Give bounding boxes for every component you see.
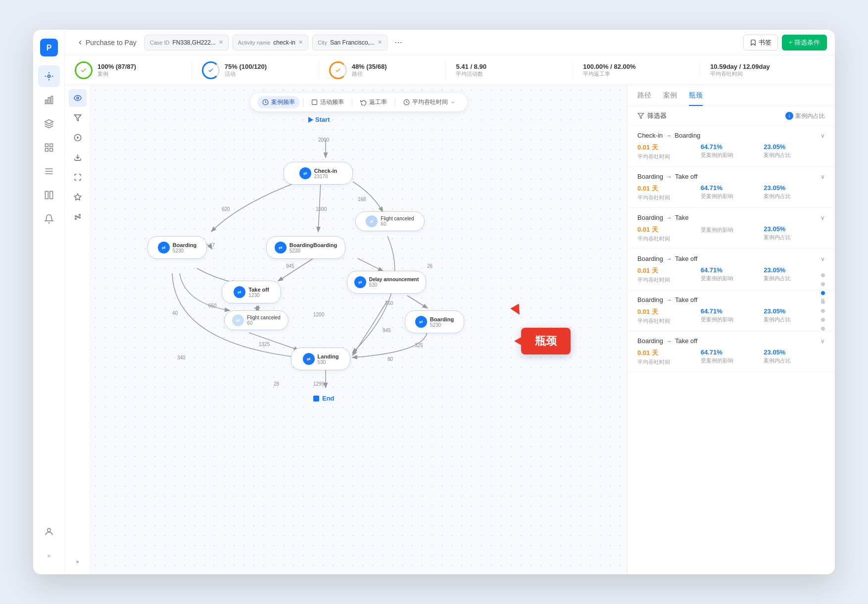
bottleneck-chevron-3: ∨: [820, 255, 825, 262]
bstat-label-3-1: 受案例的影响: [701, 275, 762, 282]
nav-dot-2[interactable]: [821, 291, 825, 295]
filter-case-id-label: Case ID: [150, 40, 170, 46]
filter-tag-activity[interactable]: Activity name check-in ✕: [233, 35, 308, 50]
nav-dot-4[interactable]: [821, 309, 825, 313]
node-flight-canceled-bottom-sub: 60: [247, 320, 280, 326]
panel-tab-case[interactable]: 案例: [663, 91, 677, 106]
filter-city-close[interactable]: ✕: [378, 39, 382, 46]
back-button[interactable]: Purchase to Pay: [73, 37, 141, 49]
filter-activity-close[interactable]: ✕: [298, 39, 303, 46]
bstat-2-2: 23.05% 案例内占比: [764, 225, 825, 243]
sidebar-item-expand[interactable]: »: [38, 545, 60, 566]
node-boarding-boarding[interactable]: ⇄ BoardingBoarding 5230: [266, 236, 345, 259]
nav-dot-3[interactable]: [821, 300, 825, 304]
tool-eye-button[interactable]: [69, 89, 87, 107]
tool-star-button[interactable]: [69, 188, 87, 206]
bstat-label-0-0: 平均吞吐时间: [637, 153, 699, 160]
start-label: Start: [315, 116, 330, 123]
bottleneck-header-3[interactable]: Boarding → Take off ∨: [637, 255, 825, 262]
stat-paths-icon: [329, 61, 347, 79]
filter-case-id-close[interactable]: ✕: [219, 39, 223, 46]
sidebar-item-bell[interactable]: [38, 208, 60, 230]
node-checkin-label: Check-in: [314, 168, 337, 174]
stats-bar: 100% (87/87) 案例 75% (100/120) 活动 48% (: [65, 55, 835, 85]
node-takeoff[interactable]: ⇄ Take off 1230: [222, 281, 281, 303]
svg-marker-19: [77, 136, 79, 139]
edge-label-1200: 1200: [313, 312, 324, 317]
tool-frame-button[interactable]: [69, 168, 87, 186]
edge-label-87: 87: [209, 243, 215, 248]
nav-dot-6[interactable]: [821, 327, 825, 331]
flow-btn-case-freq[interactable]: 案例频率: [257, 96, 300, 108]
bottleneck-header-5[interactable]: Boarding → Take off ∨: [637, 337, 825, 345]
tool-expand-button[interactable]: »: [69, 553, 87, 570]
svg-point-16: [77, 97, 79, 99]
node-delay-label: Delay announcement: [369, 277, 419, 282]
node-takeoff-label: Take off: [248, 287, 269, 293]
stat-cases-label: 案例: [97, 70, 136, 78]
edge-label-26: 26: [427, 263, 433, 269]
edge-label-80: 80: [387, 356, 393, 362]
flow-canvas: 案例频率 活动频率 返工率 平均吞吐时间: [91, 85, 627, 574]
more-filters-button[interactable]: ⋯: [391, 36, 405, 50]
node-delay[interactable]: ⇄ Delay announcement 530: [347, 271, 426, 294]
flow-btn-activity-freq[interactable]: 活动频率: [306, 96, 349, 108]
sidebar-item-cube[interactable]: [38, 113, 60, 135]
sidebar-item-grid[interactable]: [38, 137, 60, 158]
tool-download-button[interactable]: [69, 149, 87, 166]
flow-btn-return-rate[interactable]: 返工率: [355, 96, 392, 108]
stat-paths-value: 48% (35/68): [352, 63, 387, 70]
edge-label-760: 760: [385, 301, 393, 306]
node-landing[interactable]: ⇄ Landing 530: [291, 348, 350, 370]
bstat-label-3-2: 案例内占比: [764, 275, 825, 282]
bottleneck-stats-1: 0.01 天 平均吞吐时间 64.71% 受案例的影响 23.05% 案例内占比: [637, 184, 825, 201]
bookmark-button[interactable]: 书签: [743, 35, 778, 50]
sidebar-item-list[interactable]: [38, 160, 60, 182]
add-filter-button[interactable]: + 筛选条件: [782, 35, 827, 50]
info-icon: i: [785, 112, 793, 120]
bstat-value-4-2: 23.05%: [764, 307, 825, 315]
bottleneck-stats-3: 0.01 天 平均吞吐时间 64.71% 受案例的影响 23.05% 案例内占比: [637, 266, 825, 284]
bottleneck-title-0: Check-in → Boarding: [637, 132, 700, 139]
tooltip-arrow: [514, 337, 521, 345]
tool-scatter-button[interactable]: [69, 208, 87, 226]
bottleneck-chevron-1: ∨: [820, 173, 825, 180]
sidebar-item-process[interactable]: [38, 65, 60, 87]
node-boarding3[interactable]: ⇄ Boarding 5230: [405, 310, 464, 333]
filter-tag-case-id[interactable]: Case ID FN338,GH222... ✕: [145, 35, 229, 50]
node-flight-canceled-top-icon: ⇄: [366, 215, 378, 227]
svg-rect-4: [48, 98, 49, 104]
sidebar-item-chart[interactable]: [38, 89, 60, 111]
bstat-2-1: 受案例的影响: [701, 225, 762, 243]
panel-case-ratio: i 案例内占比: [785, 112, 825, 120]
sidebar-item-user[interactable]: [38, 521, 60, 543]
stat-activities-label: 活动: [225, 70, 267, 78]
node-checkin[interactable]: ⇄ Check-in 23170: [284, 162, 353, 185]
panel-tab-path[interactable]: 路径: [637, 91, 651, 106]
stat-avg-return: 100.00% / 82.00% 平均返工率: [573, 63, 700, 78]
tool-filter-button[interactable]: [69, 109, 87, 127]
nav-dot-0[interactable]: [821, 273, 825, 277]
node-flight-canceled-bottom[interactable]: ⇄ Flight canceled 60: [224, 310, 289, 330]
bottleneck-title-5: Boarding → Take off: [637, 337, 697, 345]
nav-dot-5[interactable]: [821, 318, 825, 322]
tool-play-button[interactable]: [69, 129, 87, 147]
bottleneck-header-1[interactable]: Boarding → Take off ∨: [637, 173, 825, 180]
panel-tab-bottleneck[interactable]: 瓶颈: [689, 91, 703, 106]
bottleneck-stats-5: 0.01 天 平均吞吐时间 64.71% 受案例的影响 23.05% 案例内占比: [637, 349, 825, 366]
bottleneck-header-4[interactable]: Boarding → Take off ∨: [637, 296, 825, 303]
node-boarding1[interactable]: ⇄ Boarding 5230: [147, 236, 207, 259]
bottleneck-header-0[interactable]: Check-in → Boarding ∨: [637, 132, 825, 139]
filter-tag-city[interactable]: City San Francisco,... ✕: [312, 35, 387, 50]
nav-dot-1[interactable]: [821, 282, 825, 286]
node-flight-canceled-top[interactable]: ⇄ Flight canceled 60: [355, 211, 425, 231]
end-label: End: [322, 395, 335, 402]
stat-paths-label: 路径: [352, 70, 387, 78]
node-landing-icon: ⇄: [303, 353, 315, 365]
edge-label-620: 620: [222, 206, 230, 212]
sidebar-item-columns[interactable]: [38, 184, 60, 206]
bstat-label-5-0: 平均吞吐时间: [637, 358, 699, 366]
bottleneck-header-2[interactable]: Boarding → Take ∨: [637, 214, 825, 221]
flow-btn-avg-duration[interactable]: 平均吞吐时间: [398, 96, 460, 108]
bottleneck-stats-2: 0.01 天 平均吞吐时间 受案例的影响 23.05% 案例内占比: [637, 225, 825, 243]
